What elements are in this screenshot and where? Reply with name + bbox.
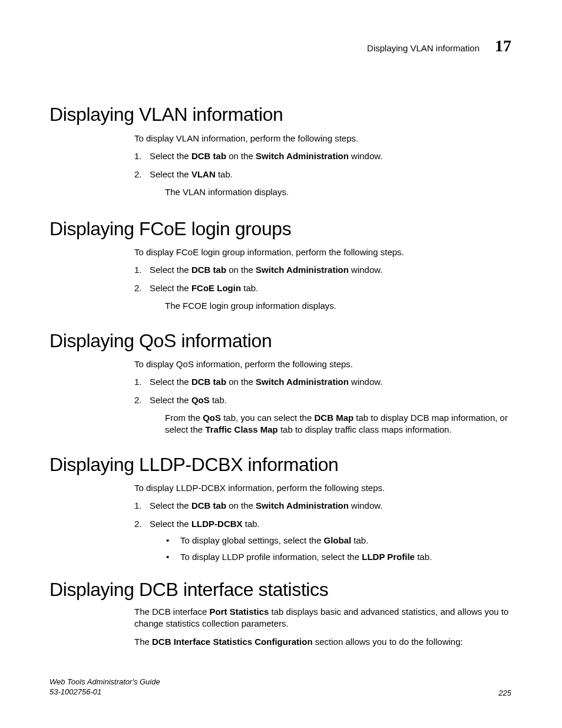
text: section allows you to do the following: <box>313 637 463 647</box>
paragraph: The DCB Interface Statistics Configurati… <box>134 636 511 648</box>
section-body: To display QoS information, perform the … <box>134 358 511 442</box>
step-subtext: From the QoS tab, you can select the DCB… <box>165 412 511 436</box>
bold: Switch Administration <box>256 500 349 510</box>
section-heading: Displaying QoS information <box>49 330 272 352</box>
step-text: Select the <box>150 151 191 161</box>
paragraph: The DCB interface Port Statistics tab di… <box>134 606 511 630</box>
bold: DCB tab <box>191 265 226 275</box>
footer-left: Web Tools Administrator's Guide 53-10027… <box>49 677 160 697</box>
section-heading: Displaying LLDP-DCBX information <box>49 454 339 476</box>
step-text: on the <box>226 265 256 275</box>
bold: Port Statistics <box>210 607 269 617</box>
bold: LLDP Profile <box>362 552 415 562</box>
section-body: To display FCoE login group information,… <box>134 246 511 318</box>
text: To display global settings, select the <box>180 535 323 545</box>
step-text: window. <box>349 500 383 510</box>
step-text: Select the <box>150 169 191 179</box>
section-body: The DCB interface Port Statistics tab di… <box>134 606 511 654</box>
text: The DCB interface <box>134 607 210 617</box>
step-text: Select the <box>150 395 191 405</box>
step-text: on the <box>226 377 256 387</box>
running-header-title: Displaying VLAN information <box>367 43 480 53</box>
section-heading: Displaying VLAN information <box>49 104 283 126</box>
bold: DCB Interface Statistics Configuration <box>152 637 313 647</box>
bold: LLDP-DCBX <box>191 519 243 529</box>
bold: Traffic Class Map <box>205 424 277 434</box>
step-text: Select the <box>150 265 191 275</box>
page-footer: Web Tools Administrator's Guide 53-10027… <box>49 677 511 697</box>
step-text: Select the <box>150 519 191 529</box>
step-list: Select the DCB tab on the Switch Adminis… <box>134 376 511 436</box>
text: To display LLDP profile information, sel… <box>180 552 362 562</box>
step-item: Select the DCB tab on the Switch Adminis… <box>134 376 511 388</box>
bullet-item: To display LLDP profile information, sel… <box>166 551 511 563</box>
intro-text: To display LLDP-DCBX information, perfor… <box>134 482 511 494</box>
bold: Global <box>323 535 351 545</box>
intro-text: To display VLAN information, perform the… <box>134 133 511 144</box>
step-item: Select the VLAN tab. The VLAN informatio… <box>134 169 511 199</box>
step-list: Select the DCB tab on the Switch Adminis… <box>134 500 511 563</box>
step-item: Select the FCoE Login tab. The FCOE logi… <box>134 282 511 312</box>
text: tab. <box>415 552 432 562</box>
step-text: tab. <box>241 283 258 293</box>
bold: Switch Administration <box>256 151 349 161</box>
bold: FCoE Login <box>191 283 241 293</box>
intro-text: To display FCoE login group information,… <box>134 246 511 258</box>
bold: QoS <box>203 413 221 423</box>
step-text: tab. <box>243 519 260 529</box>
step-text: window. <box>349 265 383 275</box>
bold: Switch Administration <box>256 265 349 275</box>
bold: QoS <box>191 395 210 405</box>
footer-doc-title: Web Tools Administrator's Guide <box>49 677 160 687</box>
text: The <box>134 637 152 647</box>
step-subtext: The VLAN information displays. <box>165 186 511 198</box>
bullet-list: To display global settings, select the G… <box>150 535 511 564</box>
text: tab to display traffic class maps inform… <box>278 424 452 434</box>
bold: DCB tab <box>191 500 226 510</box>
bullet-item: To display global settings, select the G… <box>166 535 511 546</box>
bold: VLAN <box>191 169 216 179</box>
page: Displaying VLAN information 17 Displayin… <box>0 0 562 728</box>
step-text: tab. <box>210 395 227 405</box>
bold: DCB tab <box>191 377 226 387</box>
step-item: Select the DCB tab on the Switch Adminis… <box>134 150 511 162</box>
step-item: Select the DCB tab on the Switch Adminis… <box>134 264 511 276</box>
step-text: on the <box>226 500 256 510</box>
step-list: Select the DCB tab on the Switch Adminis… <box>134 150 511 198</box>
step-text: on the <box>226 151 256 161</box>
text: tab. <box>351 535 368 545</box>
footer-doc-id: 53-1002756-01 <box>49 687 160 697</box>
step-text: Select the <box>150 500 191 510</box>
bold: Switch Administration <box>256 377 349 387</box>
step-text: window. <box>349 377 383 387</box>
bold: DCB tab <box>191 151 226 161</box>
step-item: Select the DCB tab on the Switch Adminis… <box>134 500 511 512</box>
step-text: window. <box>349 151 383 161</box>
step-text: Select the <box>150 283 191 293</box>
bold: DCB Map <box>314 413 353 423</box>
section-body: To display LLDP-DCBX information, perfor… <box>134 482 511 569</box>
section-heading: Displaying DCB interface statistics <box>49 579 328 601</box>
running-header-chapter: 17 <box>495 37 511 55</box>
intro-text: To display QoS information, perform the … <box>134 358 511 370</box>
section-heading: Displaying FCoE login groups <box>49 218 291 240</box>
step-item: Select the LLDP-DCBX tab. To display glo… <box>134 518 511 564</box>
step-list: Select the DCB tab on the Switch Adminis… <box>134 264 511 312</box>
step-subtext: The FCOE login group information display… <box>165 300 511 312</box>
step-item: Select the QoS tab. From the QoS tab, yo… <box>134 394 511 436</box>
step-text: tab. <box>216 169 233 179</box>
section-body: To display VLAN information, perform the… <box>134 133 511 204</box>
text: From the <box>165 413 203 423</box>
text: tab, you can select the <box>221 413 314 423</box>
running-header: Displaying VLAN information 17 <box>0 37 562 55</box>
step-text: Select the <box>150 377 191 387</box>
footer-page-number: 225 <box>498 689 511 697</box>
